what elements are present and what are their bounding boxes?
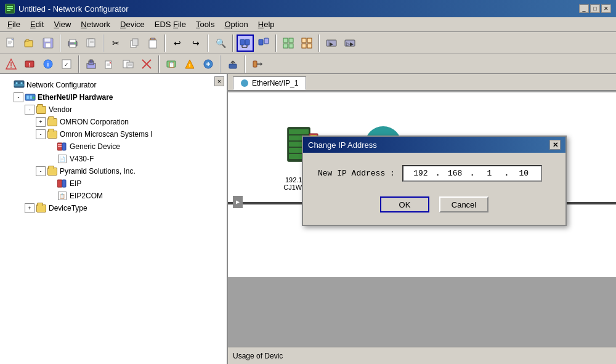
ip-dot1: . xyxy=(436,169,440,178)
ip-row: New IP Address : . . . xyxy=(318,165,551,182)
ip-octet1-input[interactable] xyxy=(408,169,433,178)
change-ip-dialog: Change IP Address ✕ New IP Address : . .… xyxy=(302,135,567,226)
ip-dot2: . xyxy=(470,169,475,178)
ip-input-group: . . . xyxy=(402,165,542,182)
ok-button[interactable]: OK xyxy=(380,196,429,212)
dialog-title-bar: Change IP Address ✕ xyxy=(303,137,565,153)
ip-dot3: . xyxy=(504,169,509,178)
dialog-title-text: Change IP Address xyxy=(308,140,377,150)
dialog-body: New IP Address : . . . OK Cancel xyxy=(303,153,565,225)
ip-octet3-input[interactable] xyxy=(477,169,501,178)
cancel-button[interactable]: Cancel xyxy=(439,196,488,212)
ip-octet4-input[interactable] xyxy=(511,169,536,178)
dialog-overlay: Change IP Address ✕ New IP Address : . .… xyxy=(0,0,616,364)
ip-octet2-input[interactable] xyxy=(443,169,468,178)
ip-field-label: New IP Address : xyxy=(318,169,395,178)
dialog-close-button[interactable]: ✕ xyxy=(549,140,561,150)
dialog-buttons: OK Cancel xyxy=(318,196,551,212)
